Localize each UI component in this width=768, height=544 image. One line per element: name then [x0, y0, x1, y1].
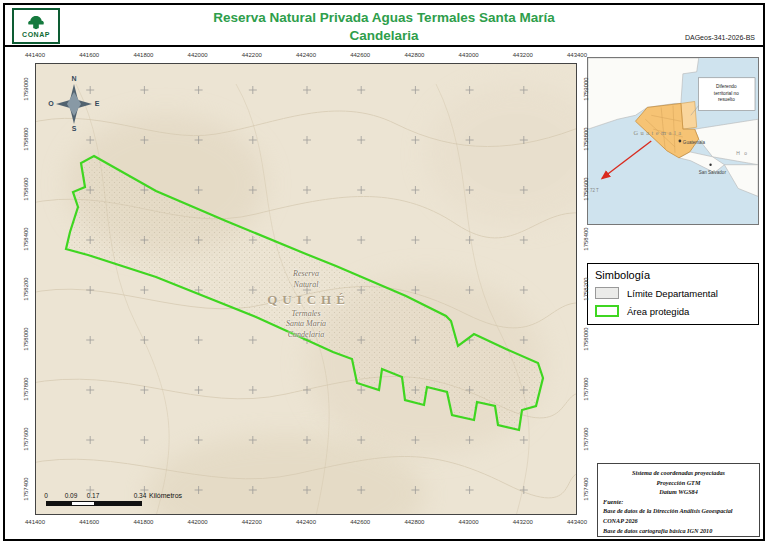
- grid-label-y-left: 1758800: [23, 127, 29, 150]
- grid-label-y-right: 1759000: [583, 77, 589, 100]
- grid-label-x-top: 441800: [133, 52, 153, 58]
- scale-bar-segment: [72, 502, 94, 505]
- grid-label-x-top: 442800: [404, 52, 424, 58]
- san-salvador-dot: [709, 164, 711, 166]
- compass-o-label: O: [48, 100, 54, 107]
- legend-item: Límite Departamental: [595, 287, 751, 299]
- scale-bar-segment: [47, 502, 72, 505]
- credit-line: Fuente:: [603, 497, 754, 507]
- note-line-2: territorial no: [714, 91, 739, 96]
- grid-label-y-left: 1758000: [23, 327, 29, 350]
- inset-map-svg: Guatemala Guatemala San Salvador H o 72 …: [588, 58, 758, 224]
- grid-label-x-bottom: 441600: [79, 519, 99, 525]
- map-title-line1: Reserva Natural Privada Aguas Termales S…: [125, 9, 643, 27]
- guatemala-city-dot: [679, 140, 682, 143]
- area-label-line: Termales: [211, 309, 401, 320]
- grid-label-x-bottom: 442400: [296, 519, 316, 525]
- honduras-label: H o: [736, 151, 748, 156]
- grid-label-x-top: 441400: [25, 52, 45, 58]
- scale-bar: 00.090.170.34Kilómetros: [46, 492, 216, 514]
- scale-bar-graphic: [46, 501, 142, 506]
- grid-label-x-top: 442200: [242, 52, 262, 58]
- scale-bar-segment: [94, 502, 141, 505]
- grid-label-x-bottom: 442000: [188, 519, 208, 525]
- conap-logo: CONAP: [12, 8, 60, 44]
- legend-swatch: [595, 287, 619, 299]
- credit-line: Base de datos de la Dirección Análisis G…: [603, 506, 754, 516]
- grid-label-y-left: 1759000: [23, 77, 29, 100]
- compass-e-label: E: [95, 100, 100, 107]
- scale-tick-label: 0.09: [65, 492, 78, 499]
- san-salvador-label: San Salvador: [699, 170, 727, 175]
- grid-label-y-right: 1758000: [583, 327, 589, 350]
- grid-label-x-bottom: 443000: [459, 519, 479, 525]
- area-label-line: Santa María: [211, 319, 401, 330]
- legend-swatch: [595, 305, 619, 317]
- grid-label-y-left: 1758200: [23, 277, 29, 300]
- legend-label: Límite Departamental: [627, 288, 718, 299]
- main-map: N S E O ReservaNaturalQUICHÉTermalesSant…: [35, 63, 577, 515]
- grid-label-y-left: 1757800: [23, 377, 29, 400]
- credit-line: CONAP 2026: [603, 516, 754, 526]
- legend-item: Área protegida: [595, 305, 751, 317]
- area-label: ReservaNaturalQUICHÉTermalesSanta MaríaC…: [211, 269, 401, 341]
- grid-label-y-left: 1757600: [23, 427, 29, 450]
- grid-label-y-right: 1757400: [583, 477, 589, 500]
- scale-unit-label: Kilómetros: [149, 492, 182, 499]
- compass-rose: N S E O: [46, 72, 102, 136]
- credit-line: Base de datos cartografía básica IGN 201…: [603, 526, 754, 536]
- legend-label: Área protegida: [627, 306, 689, 317]
- map-title: Reserva Natural Privada Aguas Termales S…: [125, 9, 643, 44]
- compass-s-label: S: [72, 125, 77, 132]
- area-label-line: Candelaria: [211, 330, 401, 341]
- conap-emblem-icon: [25, 15, 47, 30]
- grid-label-y-left: 1758600: [23, 177, 29, 200]
- credit-line: Datum WGS84: [603, 487, 754, 497]
- legend-title: Simbología: [595, 269, 751, 281]
- grid-label-x-top: 443200: [513, 52, 533, 58]
- credits-box: Sistema de coordenadas proyectadasProyec…: [597, 463, 760, 537]
- grid-label-x-top: 442000: [188, 52, 208, 58]
- country-watermark: Guatemala: [633, 129, 683, 136]
- guatemala-city-label: Guatemala: [683, 140, 706, 145]
- compass-rose-icon: N S E O: [46, 72, 102, 132]
- area-label-line: Natural: [211, 280, 401, 291]
- conap-logo-text: CONAP: [22, 31, 50, 38]
- credit-line: Proyección GTM: [603, 478, 754, 488]
- grid-label-y-right: 1758400: [583, 227, 589, 250]
- header: CONAP Reserva Natural Privada Aguas Term…: [5, 5, 763, 47]
- grid-label-x-bottom: 442800: [404, 519, 424, 525]
- grid-label-x-bottom: 441800: [133, 519, 153, 525]
- compass-n-label: N: [71, 75, 76, 82]
- legend: Simbología Límite DepartamentalÁrea prot…: [587, 263, 759, 325]
- grid-label-x-bottom: 443400: [567, 519, 587, 525]
- grid-label-x-top: 442600: [350, 52, 370, 58]
- belize-shape: [681, 101, 697, 129]
- grid-label-y-right: 1758600: [583, 177, 589, 200]
- note-line-3: resuelto: [718, 97, 735, 102]
- grid-label-y-right: 1758200: [583, 277, 589, 300]
- department-watermark: QUICHÉ: [216, 292, 401, 308]
- edge-coordinate-label: 72 T: [590, 188, 599, 193]
- grid-label-y-left: 1758400: [23, 227, 29, 250]
- map-title-line2: Candelaria: [125, 27, 643, 45]
- grid-label-x-top: 443000: [459, 52, 479, 58]
- grid-label-y-right: 1757800: [583, 377, 589, 400]
- grid-label-x-top: 441600: [79, 52, 99, 58]
- credit-line: Sistema de coordenadas proyectadas: [603, 468, 754, 478]
- grid-label-y-right: 1758800: [583, 127, 589, 150]
- note-line-1: Diferendo: [716, 84, 737, 89]
- document-id: DAGeos-341-2026-BS: [685, 34, 755, 41]
- grid-label-x-bottom: 442200: [242, 519, 262, 525]
- map-sheet: CONAP Reserva Natural Privada Aguas Term…: [3, 3, 765, 541]
- grid-label-x-bottom: 441400: [25, 519, 45, 525]
- inset-map: Guatemala Guatemala San Salvador H o 72 …: [587, 57, 759, 225]
- area-label-line: Reserva: [211, 269, 401, 280]
- grid-label-x-top: 443400: [567, 52, 587, 58]
- scale-tick-label: 0: [44, 492, 48, 499]
- legend-items: Límite DepartamentalÁrea protegida: [595, 287, 751, 317]
- grid-label-x-bottom: 443200: [513, 519, 533, 525]
- grid-label-x-top: 442400: [296, 52, 316, 58]
- grid-label-x-bottom: 442600: [350, 519, 370, 525]
- grid-label-y-left: 1757400: [23, 477, 29, 500]
